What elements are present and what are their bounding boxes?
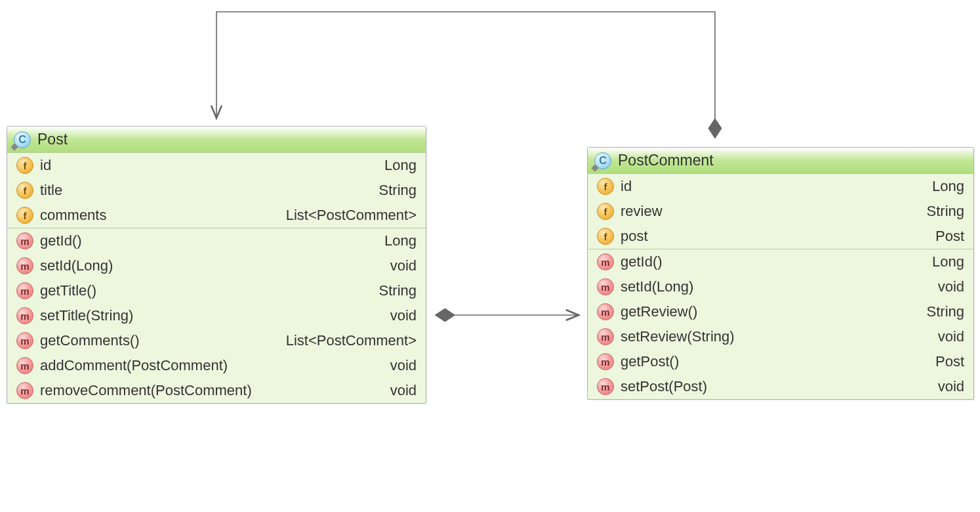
field-type: Post bbox=[935, 228, 964, 245]
method-name: getTitle() bbox=[40, 282, 96, 299]
method-icon: m bbox=[597, 353, 614, 370]
field-name: review bbox=[621, 203, 663, 220]
method-icon: m bbox=[16, 307, 33, 324]
method-row[interactable]: mgetId() Long bbox=[7, 228, 426, 253]
class-post[interactable]: C Post fid Long ftitle String fcomments … bbox=[7, 126, 426, 404]
method-row[interactable]: mgetPost() Post bbox=[588, 349, 973, 374]
method-icon: m bbox=[597, 303, 614, 320]
field-row[interactable]: fpost Post bbox=[588, 224, 973, 249]
method-name: getPost() bbox=[621, 353, 679, 370]
method-type: void bbox=[938, 378, 964, 395]
method-icon: m bbox=[597, 378, 614, 395]
field-icon: f bbox=[16, 207, 33, 224]
method-row[interactable]: mgetTitle() String bbox=[7, 278, 426, 303]
method-type: String bbox=[379, 282, 417, 299]
field-icon: f bbox=[597, 228, 614, 245]
field-name: title bbox=[40, 182, 62, 199]
field-row[interactable]: fid Long bbox=[588, 174, 973, 199]
method-name: getReview() bbox=[621, 303, 697, 320]
field-icon: f bbox=[16, 182, 33, 199]
field-type: List<PostComment> bbox=[286, 207, 417, 224]
method-type: void bbox=[390, 257, 417, 274]
field-type: Long bbox=[932, 178, 964, 195]
class-header-post: C Post bbox=[7, 127, 426, 153]
method-icon: m bbox=[597, 278, 614, 295]
method-name: setId(Long) bbox=[621, 278, 693, 295]
method-icon: m bbox=[597, 253, 614, 270]
class-postcomment[interactable]: C PostComment fid Long freview String fp… bbox=[587, 147, 974, 400]
method-icon: m bbox=[16, 282, 33, 299]
diagram-canvas: C Post fid Long ftitle String fcomments … bbox=[0, 0, 980, 512]
class-title: Post bbox=[37, 131, 68, 148]
method-type: String bbox=[927, 303, 964, 320]
method-row[interactable]: msetReview(String) void bbox=[588, 324, 973, 349]
field-type: String bbox=[379, 182, 417, 199]
field-name: comments bbox=[40, 207, 106, 224]
field-name: post bbox=[621, 228, 648, 245]
class-icon: C bbox=[594, 152, 611, 169]
method-name: setReview(String) bbox=[621, 328, 735, 345]
methods-section: mgetId() Long msetId(Long) void mgetRevi… bbox=[588, 249, 973, 399]
method-type: void bbox=[390, 307, 417, 324]
field-icon: f bbox=[16, 157, 33, 174]
method-type: void bbox=[938, 278, 964, 295]
method-icon: m bbox=[16, 257, 33, 274]
method-row[interactable]: mremoveComment(PostComment) void bbox=[7, 378, 426, 403]
class-title: PostComment bbox=[618, 152, 714, 169]
method-type: Long bbox=[932, 253, 964, 270]
field-icon: f bbox=[597, 203, 614, 220]
connector-postcomment-to-post bbox=[216, 12, 715, 138]
method-name: getId() bbox=[621, 253, 663, 270]
method-icon: m bbox=[16, 232, 33, 249]
class-icon-letter: C bbox=[599, 155, 607, 167]
method-name: setId(Long) bbox=[40, 257, 113, 274]
method-name: removeComment(PostComment) bbox=[40, 382, 252, 399]
method-type: void bbox=[390, 382, 417, 399]
fields-section: fid Long freview String fpost Post bbox=[588, 174, 973, 249]
field-row[interactable]: freview String bbox=[588, 199, 973, 224]
method-name: getId() bbox=[40, 232, 82, 249]
method-name: addComment(PostComment) bbox=[40, 357, 228, 374]
method-row[interactable]: mgetComments() List<PostComment> bbox=[7, 328, 426, 353]
method-type: Long bbox=[384, 232, 417, 249]
method-icon: m bbox=[16, 332, 33, 349]
field-name: id bbox=[40, 157, 51, 174]
method-type: void bbox=[938, 328, 964, 345]
method-row[interactable]: msetId(Long) void bbox=[588, 274, 973, 299]
method-type: void bbox=[390, 357, 417, 374]
method-row[interactable]: msetPost(Post) void bbox=[588, 374, 973, 399]
field-row[interactable]: fcomments List<PostComment> bbox=[7, 203, 426, 228]
method-icon: m bbox=[597, 328, 614, 345]
method-row[interactable]: msetTitle(String) void bbox=[7, 303, 426, 328]
method-icon: m bbox=[16, 357, 33, 374]
method-name: getComments() bbox=[40, 332, 140, 349]
method-row[interactable]: msetId(Long) void bbox=[7, 253, 426, 278]
method-type: Post bbox=[935, 353, 964, 370]
class-icon: C bbox=[14, 131, 31, 148]
field-row[interactable]: ftitle String bbox=[7, 178, 426, 203]
field-name: id bbox=[621, 178, 632, 195]
method-icon: m bbox=[16, 382, 33, 399]
field-row[interactable]: fid Long bbox=[7, 153, 426, 178]
method-type: List<PostComment> bbox=[286, 332, 417, 349]
methods-section: mgetId() Long msetId(Long) void mgetTitl… bbox=[7, 228, 426, 403]
method-name: setTitle(String) bbox=[40, 307, 133, 324]
field-icon: f bbox=[597, 178, 614, 195]
field-type: String bbox=[927, 203, 964, 220]
field-type: Long bbox=[384, 157, 417, 174]
method-row[interactable]: maddComment(PostComment) void bbox=[7, 353, 426, 378]
class-header-postcomment: C PostComment bbox=[588, 148, 973, 174]
method-name: setPost(Post) bbox=[621, 378, 707, 395]
class-icon-letter: C bbox=[18, 134, 26, 146]
method-row[interactable]: mgetReview() String bbox=[588, 299, 973, 324]
method-row[interactable]: mgetId() Long bbox=[588, 249, 973, 274]
fields-section: fid Long ftitle String fcomments List<Po… bbox=[7, 153, 426, 228]
